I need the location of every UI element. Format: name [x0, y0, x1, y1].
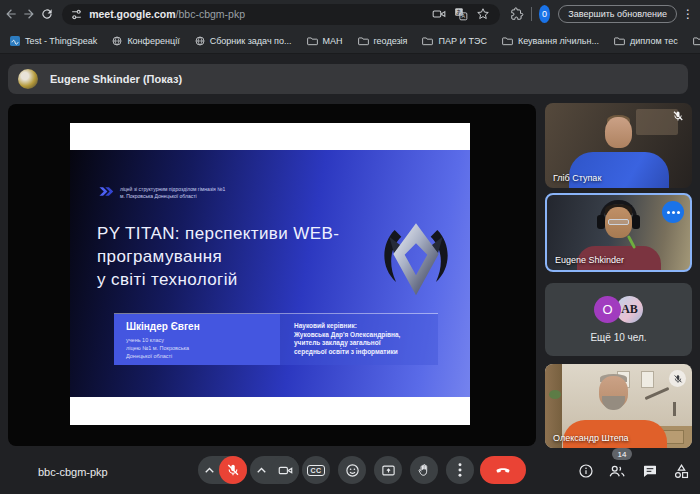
participant-count-badge: 14	[612, 448, 632, 460]
chat-panel-button[interactable]	[640, 461, 660, 481]
participant-tile-glib-stupak[interactable]: Гліб Ступак	[545, 103, 692, 188]
camera-split-button[interactable]	[250, 456, 299, 484]
url-text: meet.google.com/bbc-cbgm-pkp	[89, 8, 426, 20]
people-icon	[608, 463, 626, 479]
slide-author-box: Шкіндер Євген учень 10 класу ліцею №1 м.…	[114, 314, 280, 365]
bookmark-folder-geodesy[interactable]: геодезія	[358, 36, 408, 46]
browser-toolbar: meet.google.com/bbc-cbgm-pkp あA 0 Заверш…	[0, 0, 700, 28]
presenter-avatar	[18, 69, 38, 89]
mic-muted-button[interactable]	[219, 456, 247, 484]
more-options-button[interactable]	[446, 456, 474, 484]
mic-split-button[interactable]	[198, 456, 247, 484]
stacked-avatars: О АВ	[594, 296, 643, 323]
meet-control-bar: bbc-cbgm-pkp CC	[0, 452, 700, 494]
bookmark-thingspeak[interactable]: Test - ThingSpeak	[10, 36, 97, 46]
folder-icon	[693, 36, 700, 46]
slide-footer-panel: Шкіндер Євген учень 10 класу ліцею №1 м.…	[114, 313, 438, 365]
folder-icon	[502, 36, 513, 46]
py-titan-emblem-icon	[376, 214, 456, 306]
meet-main-area: Eugene Shkinder (Показ) ліцей зі структу…	[0, 54, 700, 494]
profile-avatar[interactable]: 0	[539, 5, 551, 23]
hand-icon	[417, 463, 431, 477]
tile-more-options-icon[interactable]	[662, 201, 684, 223]
browser-menu-icon[interactable]: ⋮	[682, 7, 694, 21]
raise-hand-button[interactable]	[410, 456, 438, 484]
slide-author-name: Шкіндер Євген	[126, 321, 280, 332]
avatar-o: О	[594, 296, 621, 323]
participant-name: Гліб Ступак	[553, 173, 601, 183]
participant-name: Eugene Shkinder	[555, 255, 624, 265]
present-screen-button[interactable]	[374, 456, 402, 484]
presentation-stage: ліцей зі структурним підрозділом гімназі…	[8, 104, 536, 446]
bookmark-folder-man[interactable]: МАН	[307, 36, 343, 46]
participant-name: Олександр Штепа	[553, 433, 629, 443]
leave-call-button[interactable]	[480, 456, 526, 484]
translate-icon[interactable]: あA	[452, 5, 470, 23]
bookmark-konferencii[interactable]: Конференції	[112, 36, 179, 46]
thingspeak-favicon	[10, 36, 20, 46]
bookmarks-bar: Test - ThingSpeak Конференції Сборник за…	[0, 28, 700, 54]
participant-video	[605, 117, 632, 148]
bookmark-sbornik[interactable]: Сборник задач по...	[195, 36, 292, 46]
bookmark-folder-kvest[interactable]: квест	[693, 36, 700, 46]
bookmark-folder-lichyln[interactable]: Кеування лічильн...	[502, 36, 599, 46]
info-icon	[578, 463, 594, 479]
captions-button[interactable]: CC	[302, 456, 330, 484]
toolbar-divider	[531, 7, 532, 21]
site-settings-icon[interactable]	[70, 8, 83, 21]
participant-tile-eugene-shkinder[interactable]: Eugene Shkinder	[545, 193, 692, 272]
slide-advisor-box: Науковий керівник: Жуковська Дар'я Олекс…	[280, 314, 438, 365]
present-icon	[381, 463, 396, 478]
activities-icon	[673, 463, 690, 480]
shared-slide: ліцей зі структурним підрозділом гімназі…	[70, 123, 470, 425]
more-participants-label: Ещё 10 чел.	[590, 332, 646, 343]
presenter-name: Eugene Shkinder (Показ)	[50, 73, 182, 85]
globe-icon	[195, 36, 205, 46]
bookmark-folder-par-tes[interactable]: ПАР И ТЭС	[422, 36, 486, 46]
tab-camera-indicator-icon[interactable]	[430, 5, 448, 23]
slide-logo-chevrons-icon	[98, 186, 114, 197]
camera-options-chevron-icon[interactable]	[257, 467, 266, 473]
url-bar[interactable]: meet.google.com/bbc-cbgm-pkp あA	[62, 4, 500, 25]
people-panel-button[interactable]	[607, 461, 627, 481]
slide-title: PY TITAN: перспективи WEB- програмування…	[97, 222, 339, 291]
reactions-button[interactable]	[338, 456, 366, 484]
end-call-icon	[494, 461, 512, 479]
forward-icon[interactable]	[22, 3, 36, 25]
chat-icon	[642, 463, 658, 479]
participant-tile-oleksandr-shtepa[interactable]: Олександр Штепа	[545, 364, 692, 448]
refresh-icon[interactable]	[40, 3, 54, 25]
bookmark-star-icon[interactable]	[474, 5, 492, 23]
back-icon[interactable]	[4, 3, 18, 25]
more-participants-tile[interactable]: О АВ Ещё 10 чел.	[545, 283, 692, 356]
extensions-puzzle-icon[interactable]	[510, 5, 524, 23]
mic-off-icon	[669, 370, 686, 387]
activities-button[interactable]	[671, 461, 691, 481]
folder-icon	[307, 36, 318, 46]
kebab-icon	[458, 463, 462, 477]
globe-icon	[112, 36, 122, 46]
meeting-details-button[interactable]	[576, 461, 596, 481]
folder-icon	[358, 36, 369, 46]
bookmark-folder-diplom[interactable]: диплом тес	[614, 36, 678, 46]
captions-icon: CC	[307, 465, 324, 476]
mic-options-chevron-icon[interactable]	[205, 467, 214, 473]
svg-text:A: A	[462, 13, 466, 19]
folder-icon	[422, 36, 433, 46]
camera-button[interactable]	[271, 456, 299, 484]
smiley-icon	[345, 463, 360, 478]
finish-update-button[interactable]: Завершить обновление	[558, 5, 677, 23]
mic-off-icon	[672, 110, 684, 122]
slide-blue-panel: ліцей зі структурним підрозділом гімназі…	[70, 150, 470, 397]
meeting-code: bbc-cbgm-pkp	[38, 466, 108, 478]
slide-org-text: ліцей зі структурним підрозділом гімназі…	[120, 186, 225, 200]
presenter-banner[interactable]: Eugene Shkinder (Показ)	[8, 64, 688, 94]
folder-icon	[614, 36, 625, 46]
